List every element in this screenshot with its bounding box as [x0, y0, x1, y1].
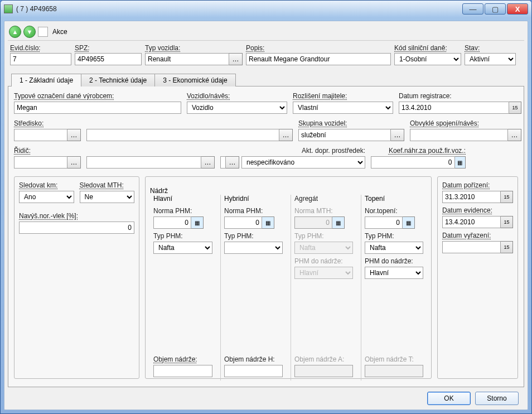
minimize-button[interactable]: —	[462, 3, 483, 15]
vyrazeni-label: Datum vyřazení:	[442, 232, 513, 239]
topeni-objem-field	[365, 365, 423, 377]
obvykle-lookup-button[interactable]: …	[508, 129, 521, 141]
datreg-field[interactable]	[399, 102, 509, 114]
sledovat-mth-select[interactable]: Ne	[80, 191, 135, 203]
porizeni-field[interactable]	[442, 191, 501, 203]
ridic-text-field[interactable]	[86, 156, 201, 169]
topeni-typ-select[interactable]: Nafta	[365, 242, 423, 254]
nadrz-hybrid-col: Hybridní Norma PHM: ▦ Typ PHM:	[220, 195, 286, 381]
ridic-code-field[interactable]	[14, 156, 67, 169]
sledovat-km-label: Sledovat km:	[19, 181, 74, 189]
hlavni-norma-field[interactable]	[153, 216, 191, 229]
nadrz-agregat-title: Agregát	[294, 195, 353, 203]
rozliseni-select[interactable]: Vlastní	[293, 102, 393, 114]
nav-up-icon[interactable]: ▲	[9, 26, 21, 38]
stredisko-code-field[interactable]	[14, 129, 67, 141]
topeni-typ-label: Typ PHM:	[365, 232, 423, 240]
calc-icon[interactable]: ▦	[191, 216, 204, 229]
tab-ekonomicke[interactable]: 3 - Ekonomické údaje	[154, 74, 235, 86]
hybrid-norma-field[interactable]	[224, 216, 262, 229]
stredisko-text-field[interactable]	[86, 129, 279, 141]
ridic-lookup-button[interactable]: …	[67, 156, 81, 169]
tracking-group: Sledovat km: Ano Sledovat MTH: Ne Navýš.…	[14, 176, 139, 379]
hybrid-norma-label: Norma PHM:	[224, 207, 283, 215]
evid-field[interactable]	[10, 53, 71, 65]
typ-lookup-button[interactable]: …	[229, 53, 243, 65]
calc-icon[interactable]: ▦	[262, 216, 274, 229]
agregat-typ-select: Nafta	[294, 242, 353, 254]
navys-label: Navýš.nor.-vlek [%]:	[19, 212, 134, 220]
koef-field[interactable]	[371, 156, 455, 169]
toolbar: ▲ ▼ Akce	[8, 23, 524, 41]
calc-icon[interactable]: ▦	[455, 156, 466, 169]
storno-button[interactable]: Storno	[475, 392, 519, 405]
hybrid-typ-label: Typ PHM:	[224, 232, 283, 240]
obvykle-field[interactable]	[410, 129, 508, 141]
evidence-label: Datum evidence:	[442, 206, 513, 214]
skupina-label: Skupina vozidel:	[298, 119, 404, 127]
ok-button[interactable]: OK	[427, 392, 471, 405]
calc-icon[interactable]: ▦	[403, 216, 415, 229]
actions-label[interactable]: Akce	[52, 28, 67, 36]
aktdopr-label: Akt. dopr. prostředek:	[220, 147, 365, 155]
spz-field[interactable]	[75, 53, 142, 65]
dan-label: Kód silniční daně:	[394, 44, 461, 52]
agregat-norma-field	[294, 216, 332, 229]
typove-field[interactable]	[14, 102, 181, 114]
vyrazeni-field[interactable]	[442, 241, 501, 253]
stav-select[interactable]: Aktivní	[465, 53, 516, 65]
agregat-objem-label: Objem nádrže A:	[294, 355, 353, 363]
content-area: ▲ ▼ Akce Evid.číslo: SPZ: Typ vozidla: …	[4, 21, 528, 410]
hybrid-objem-label: Objem nádrže H:	[224, 355, 283, 363]
navys-field[interactable]	[19, 222, 134, 234]
hlavni-typ-select[interactable]: Nafta	[153, 242, 212, 254]
evidence-field[interactable]	[442, 216, 501, 228]
nadrz-topeni-title: Topení	[365, 195, 423, 203]
tab-zakladni[interactable]: 1 - Základní údaje	[11, 74, 81, 86]
hybrid-typ-select[interactable]	[224, 242, 283, 254]
topeni-phmdo-select[interactable]: Hlavní	[365, 267, 423, 279]
tab-technicke[interactable]: 2 - Technické údaje	[81, 74, 155, 86]
close-button[interactable]: X	[507, 3, 528, 15]
typ-field[interactable]	[145, 53, 229, 65]
ridic-text-lookup-button[interactable]: …	[201, 156, 215, 169]
nadrz-legend: Nádrž	[150, 187, 168, 195]
stredisko-lookup-button[interactable]: …	[67, 129, 81, 141]
evid-label: Evid.číslo:	[10, 44, 71, 52]
voznaves-select[interactable]: Vozidlo	[187, 102, 287, 114]
stredisko-label: Středisko:	[14, 119, 81, 127]
spz-label: SPZ:	[75, 44, 142, 52]
calendar-icon[interactable]: 15	[501, 216, 513, 228]
hlavni-typ-label: Typ PHM:	[153, 232, 212, 240]
dates-group: Datum pořízení: 15 Datum evidence: 15 Da…	[437, 176, 518, 379]
skupina-lookup-button[interactable]: …	[391, 129, 404, 141]
sledovat-km-select[interactable]: Ano	[19, 191, 74, 203]
agregat-phmdo-select: Hlavní	[294, 267, 353, 279]
aktdopr-select[interactable]: nespecifikováno	[241, 156, 365, 169]
aktdopr-code-field[interactable]	[220, 156, 226, 169]
skupina-field[interactable]	[298, 129, 391, 141]
agregat-norma-label: Norma MTH:	[294, 207, 353, 215]
stredisko-text-lookup-button[interactable]: …	[279, 129, 293, 141]
rozliseni-label: Rozlišení majitele:	[293, 92, 393, 100]
nadrz-hlavni-title: Hlavní	[153, 195, 212, 203]
popis-label: Popis:	[246, 44, 391, 52]
dan-select[interactable]: 1-Osobní	[394, 53, 461, 65]
hybrid-objem-field[interactable]	[224, 365, 283, 377]
koef-label: Koef.náhr.za použ.fir.voz.:	[371, 147, 466, 155]
calendar-icon[interactable]: 15	[501, 241, 513, 253]
popis-field[interactable]	[246, 53, 391, 65]
actions-icon[interactable]	[38, 27, 48, 37]
calendar-icon[interactable]: 15	[509, 102, 521, 114]
hlavni-norma-label: Norma PHM:	[153, 207, 212, 215]
aktdopr-lookup-button[interactable]: …	[226, 156, 239, 169]
topeni-norma-field[interactable]	[365, 216, 403, 229]
hlavni-objem-field[interactable]	[153, 365, 212, 377]
stav-label: Stav:	[465, 44, 516, 52]
nav-down-icon[interactable]: ▼	[23, 26, 36, 38]
topeni-phmdo-label: PHM do nádrže:	[365, 257, 423, 265]
calendar-icon[interactable]: 15	[501, 191, 513, 203]
nadrz-hlavni-col: Hlavní Norma PHM: ▦ Typ PHM: Nafta	[150, 195, 216, 381]
maximize-button[interactable]: ▢	[485, 3, 506, 15]
agregat-objem-field	[294, 365, 353, 377]
